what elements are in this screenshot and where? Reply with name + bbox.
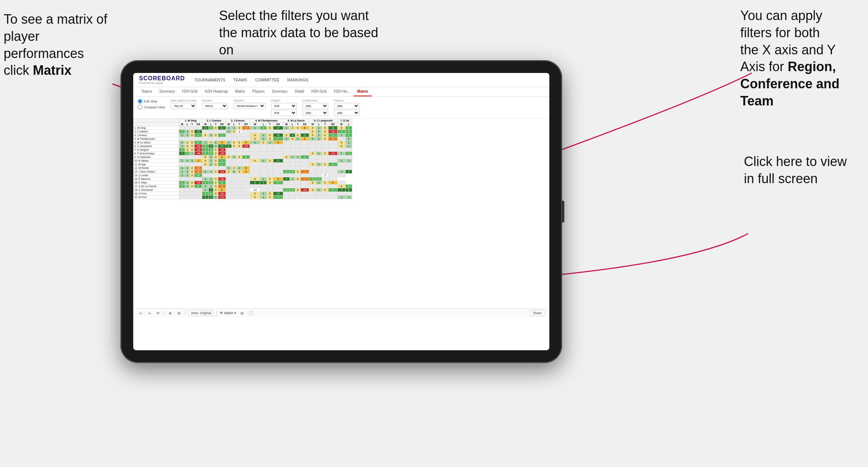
matrix-cell (250, 155, 260, 159)
tab-detail[interactable]: Detail (291, 87, 308, 96)
matrix-cell: 0 (309, 163, 316, 166)
matrix-cell: 0 (295, 177, 300, 181)
matrix-cell (250, 185, 260, 188)
view-original-label[interactable]: View: Original (188, 310, 214, 316)
table-row: 3. J Koivun110201020101304011010312 (134, 134, 352, 137)
tab-matrix[interactable]: Matrix (231, 87, 249, 96)
matrix-cell: 1 (232, 126, 237, 130)
nav-committee[interactable]: COMMITTEE (254, 76, 280, 84)
matrix-cell: 0 (242, 166, 250, 170)
matrix-cell (267, 144, 273, 148)
matrix-cell: 1 (185, 159, 190, 163)
matrix-cell (242, 163, 250, 166)
matrix-cell (260, 185, 267, 188)
matrix-cell (232, 159, 237, 163)
grid-btn[interactable]: ⊞ (239, 310, 245, 316)
compact-view-radio[interactable] (138, 105, 142, 109)
matrix-cell: 1 (209, 155, 214, 159)
matrix-cell: 0 (214, 159, 218, 163)
matrix-cell (209, 174, 214, 177)
division-select[interactable]: NCAA Division I (234, 103, 265, 109)
matrix-cell: 1 (290, 155, 295, 159)
matrix-cell: 1 (185, 170, 190, 174)
matrix-cell (190, 137, 195, 141)
matrix-cell (316, 148, 322, 152)
matrix-cell (273, 166, 283, 170)
players-select-2[interactable]: (All) (334, 110, 360, 116)
fullscreen-btn[interactable]: ⛶ (248, 310, 254, 316)
undo-btn[interactable]: ↩ (138, 310, 143, 316)
matrix-cell (328, 141, 337, 144)
matrix-cell (242, 134, 250, 137)
matrix-cell: 2 (209, 126, 214, 130)
share-btn[interactable]: Share (530, 310, 545, 316)
compact-view-option[interactable]: Compact View (138, 105, 165, 109)
matrix-cell: 0 (214, 188, 218, 192)
ann-right-l3: the X axis and Y (740, 42, 836, 57)
full-view-radio[interactable] (138, 99, 142, 104)
matrix-cell: 1 (179, 170, 185, 174)
nav-tournaments[interactable]: TOURNAMENTS (194, 76, 226, 84)
corner-cell (134, 119, 179, 123)
matrix-cell (328, 185, 337, 188)
redo-btn[interactable]: ↪ (146, 310, 152, 316)
region-select-1[interactable]: N/A (271, 103, 297, 109)
matrix-table-area[interactable]: 1. W Ding 2. L Clanton 3. J Koivun 4. M … (133, 119, 549, 308)
nav-teams[interactable]: TEAMS (233, 76, 248, 84)
gender-select[interactable]: Men's (202, 103, 228, 109)
zoom-btn[interactable]: ⊕ (167, 310, 173, 316)
matrix-cell: 0 (237, 126, 242, 130)
tab-h2h-grid[interactable]: H2H Grid (178, 87, 201, 96)
players-select-1[interactable]: (All) (334, 103, 360, 109)
tab-summary[interactable]: Summary (155, 87, 178, 96)
tab-h2h-he[interactable]: H2H He... (330, 87, 354, 96)
refresh-btn[interactable]: ⟳ (155, 310, 161, 316)
main-nav: TOURNAMENTS TEAMS COMMITTEE RANKINGS (194, 76, 544, 84)
matrix-cell (300, 144, 309, 148)
table-row: 18. C Sherwood1300-11220-10010145 (134, 188, 352, 192)
matrix-cell: 2 (179, 148, 185, 152)
matrix-cell: 4 (328, 163, 337, 166)
matrix-cell: 3 (260, 181, 267, 185)
sh-d4: Dif (273, 123, 283, 126)
col-header-row: 1. W Ding 2. L Clanton 3. J Koivun 4. M … (134, 119, 352, 123)
sh-w2: W (202, 123, 209, 126)
annotation-left: To see a matrix of player performances c… (4, 11, 117, 79)
matrix-cell (185, 163, 190, 166)
full-view-option[interactable]: Full View (138, 99, 165, 104)
matrix-cell: 2 (209, 192, 214, 196)
settings-btn[interactable]: ⚙ (176, 310, 182, 316)
col-2-header: 2. L Clanton (202, 119, 226, 123)
matrix-cell: 1 (260, 134, 267, 137)
conference-select-1[interactable]: (All) (303, 103, 328, 109)
tab-players[interactable]: Players (249, 87, 268, 96)
matrix-cell (226, 174, 231, 177)
matrix-cell (226, 177, 231, 181)
matrix-cell: 0 (232, 144, 237, 148)
matrix-cell (309, 192, 316, 196)
max-players-select[interactable]: Top 25 (171, 103, 196, 109)
matrix-cell (295, 152, 300, 155)
matrix-cell (195, 196, 202, 199)
matrix-cell (300, 196, 309, 199)
tab-matrix-active[interactable]: Matrix (354, 87, 372, 96)
tab-summary2[interactable]: Summary (268, 87, 291, 96)
tab-h2h-heatmap[interactable]: H2H Heatmap (201, 87, 231, 96)
matrix-cell (290, 130, 295, 134)
region-select-2[interactable]: N/A (271, 110, 297, 116)
matrix-cell: 1 (337, 170, 345, 174)
tab-h2h-grid2[interactable]: H2H Grid (308, 87, 330, 96)
matrix-cell (328, 155, 337, 159)
matrix-cell (260, 170, 267, 174)
conference-select-2[interactable]: (All) (303, 110, 328, 116)
matrix-cell: 2 (195, 185, 202, 188)
table-row: 9. N Gabrelcik010001090111 (134, 155, 352, 159)
tab-teams[interactable]: Teams (138, 87, 155, 96)
nav-rankings[interactable]: RANKINGS (287, 76, 309, 84)
matrix-cell: -10 (300, 188, 309, 192)
matrix-cell (300, 159, 309, 163)
sh-l3: L (232, 123, 237, 126)
matrix-cell: 1 (218, 163, 226, 166)
row-name-cell: 6. C Lamprecht (134, 144, 179, 148)
watch-btn[interactable]: 👁 Watch ▾ (220, 311, 236, 315)
